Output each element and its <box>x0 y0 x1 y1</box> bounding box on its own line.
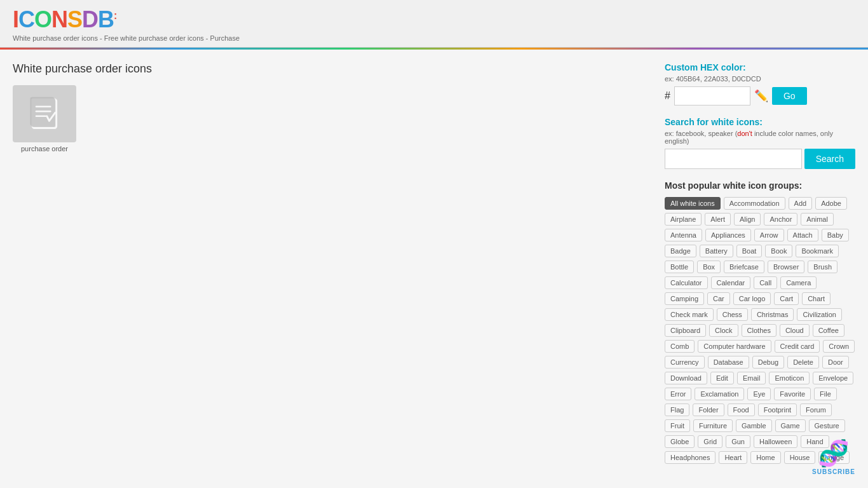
tag-item[interactable]: Clipboard <box>665 324 706 337</box>
tag-item[interactable]: Gun <box>726 435 750 448</box>
search-button[interactable]: Search <box>804 149 855 169</box>
hex-color-hint: ex: 405B64, 22A033, D0CDCD <box>665 75 855 83</box>
pencil-icon[interactable]: ✏️ <box>754 89 768 103</box>
tag-item[interactable]: Food <box>728 403 755 416</box>
tag-item[interactable]: Fruit <box>665 419 690 432</box>
tag-item[interactable]: Exclamation <box>695 388 744 400</box>
tag-item[interactable]: Browser <box>768 261 804 273</box>
hex-color-input[interactable] <box>674 86 750 105</box>
tag-item[interactable]: Alert <box>705 213 731 226</box>
tag-item[interactable]: Emoticon <box>769 372 810 384</box>
tag-item[interactable]: Car logo <box>733 292 771 305</box>
tag-item[interactable]: Delete <box>787 356 819 369</box>
subscribe-label: SUBSCRIBE <box>812 468 855 475</box>
logo[interactable]: ICONSDB: <box>13 6 855 33</box>
tag-item[interactable]: Crown <box>823 340 855 353</box>
logo-letter-b: B <box>98 6 114 32</box>
tag-item[interactable]: Badge <box>665 245 696 257</box>
search-title: Search for white icons: <box>665 117 855 127</box>
tag-item[interactable]: Eye <box>747 388 771 400</box>
search-input[interactable] <box>665 149 802 169</box>
tag-item[interactable]: Briefcase <box>724 261 764 273</box>
search-hint: ex: facebook, speaker (don't include col… <box>665 130 855 145</box>
tag-item[interactable]: Camera <box>780 276 817 289</box>
subscribe-widget[interactable]: 🧬 SUBSCRIBE <box>812 438 855 475</box>
tag-item[interactable]: Appliances <box>705 229 751 241</box>
tag-item[interactable]: Heart <box>719 451 747 464</box>
tag-item[interactable]: Animal <box>801 213 834 226</box>
content-area: White purchase order icons <box>13 62 652 475</box>
tag-item[interactable]: Car <box>707 292 730 305</box>
tag-item[interactable]: Adobe <box>815 197 847 210</box>
tag-item[interactable]: Bottle <box>665 261 694 273</box>
tag-item[interactable]: Coffee <box>813 324 844 337</box>
tag-item[interactable]: Flag <box>665 403 689 416</box>
tag-item[interactable]: Database <box>708 356 749 369</box>
tag-item[interactable]: Email <box>737 372 766 384</box>
tag-item[interactable]: Arrow <box>754 229 784 241</box>
tag-item[interactable]: Computer hardware <box>698 340 771 353</box>
tag-item[interactable]: Battery <box>700 245 733 257</box>
search-row: Search <box>665 149 855 169</box>
tag-item[interactable]: Clock <box>709 324 738 337</box>
tag-item[interactable]: Forum <box>800 403 832 416</box>
icon-box-purchase-order[interactable] <box>13 85 76 142</box>
tag-item[interactable]: Christmas <box>751 308 794 321</box>
tag-item[interactable]: Currency <box>665 356 705 369</box>
tag-item[interactable]: Grid <box>698 435 722 448</box>
tag-item[interactable]: Headphones <box>665 451 715 464</box>
list-item: purchase order <box>13 85 76 152</box>
tag-item[interactable]: Gamble <box>736 419 772 432</box>
tag-item[interactable]: Antenna <box>665 229 702 241</box>
tag-item[interactable]: Calendar <box>711 276 751 289</box>
tag-item[interactable]: Error <box>665 388 691 400</box>
tag-item[interactable]: Accommodation <box>724 197 785 210</box>
tag-item[interactable]: House <box>784 451 816 464</box>
tag-item[interactable]: Call <box>754 276 777 289</box>
logo-suffix: : <box>114 10 116 21</box>
tag-item[interactable]: Edit <box>710 372 734 384</box>
tag-item[interactable]: Clothes <box>742 324 776 337</box>
sidebar: Custom HEX color: ex: 405B64, 22A033, D0… <box>665 62 855 475</box>
tag-item[interactable]: Footprint <box>758 403 797 416</box>
tag-item[interactable]: Globe <box>665 435 695 448</box>
tag-item[interactable]: Chess <box>717 308 748 321</box>
tag-item[interactable]: Add <box>789 197 813 210</box>
tag-item[interactable]: Book <box>765 245 792 257</box>
tag-item[interactable]: All white icons <box>665 197 721 210</box>
tag-item[interactable]: Attach <box>787 229 818 241</box>
tag-item[interactable]: Cart <box>774 292 799 305</box>
tag-item[interactable]: Bookmark <box>796 245 839 257</box>
tag-item[interactable]: Credit card <box>775 340 820 353</box>
tag-item[interactable]: Calculator <box>665 276 708 289</box>
tag-item[interactable]: Chart <box>802 292 831 305</box>
tag-item[interactable]: File <box>814 388 837 400</box>
tag-item[interactable]: Camping <box>665 292 704 305</box>
tag-item[interactable]: Envelope <box>813 372 853 384</box>
tag-item[interactable]: Anchor <box>764 213 797 226</box>
tag-item[interactable]: Download <box>665 372 707 384</box>
logo-letter-c: C <box>18 6 34 32</box>
tag-item[interactable]: Debug <box>752 356 784 369</box>
tag-item[interactable]: Box <box>697 261 721 273</box>
tag-item[interactable]: Check mark <box>665 308 714 321</box>
tag-item[interactable]: Brush <box>808 261 837 273</box>
search-dont-link[interactable]: don't <box>737 130 752 137</box>
tag-item[interactable]: Home <box>750 451 780 464</box>
tag-item[interactable]: Halloween <box>754 435 797 448</box>
tag-item[interactable]: Favorite <box>774 388 811 400</box>
tag-item[interactable]: Comb <box>665 340 695 353</box>
tag-item[interactable]: Gesture <box>809 419 845 432</box>
tag-item[interactable]: Game <box>775 419 806 432</box>
tag-item[interactable]: Align <box>734 213 761 226</box>
header: ICONSDB: White purchase order icons - Fr… <box>0 0 868 48</box>
tag-item[interactable]: Folder <box>693 403 724 416</box>
tag-item[interactable]: Airplane <box>665 213 702 226</box>
tag-item[interactable]: Furniture <box>693 419 733 432</box>
tag-item[interactable]: Civilization <box>797 308 842 321</box>
tag-item[interactable]: Cloud <box>780 324 810 337</box>
tag-item[interactable]: Door <box>822 356 849 369</box>
tag-item[interactable]: Boat <box>736 245 763 257</box>
go-button[interactable]: Go <box>772 87 807 105</box>
tag-item[interactable]: Baby <box>822 229 849 241</box>
